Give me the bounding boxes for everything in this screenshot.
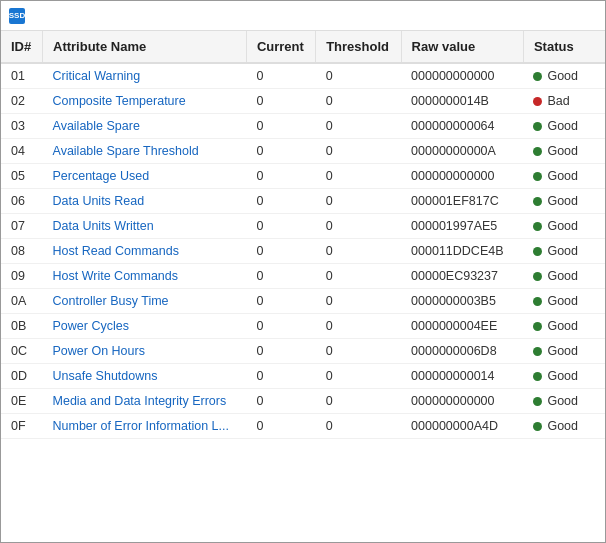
- cell-current: 0: [246, 89, 315, 114]
- table-row: 02 Composite Temperature 0 0 0000000014B…: [1, 89, 605, 114]
- cell-threshold: 0: [316, 189, 401, 214]
- status-dot: [533, 272, 542, 281]
- cell-raw-value: 000000000014: [401, 364, 523, 389]
- cell-raw-value: 000000000A4D: [401, 414, 523, 439]
- cell-status: Good: [523, 289, 605, 314]
- cell-current: 0: [246, 239, 315, 264]
- minimize-button[interactable]: [515, 5, 541, 27]
- cell-attr-name: Power On Hours: [43, 339, 247, 364]
- cell-raw-value: 0000000003B5: [401, 289, 523, 314]
- cell-status: Good: [523, 414, 605, 439]
- cell-id: 07: [1, 214, 43, 239]
- status-dot: [533, 197, 542, 206]
- cell-raw-value: 000000000000: [401, 389, 523, 414]
- cell-id: 0F: [1, 414, 43, 439]
- status-dot: [533, 347, 542, 356]
- cell-status: Bad: [523, 89, 605, 114]
- cell-attr-name: Available Spare: [43, 114, 247, 139]
- cell-attr-name: Controller Busy Time: [43, 289, 247, 314]
- cell-raw-value: 0000000014B: [401, 89, 523, 114]
- table-row: 0C Power On Hours 0 0 0000000006D8 Good: [1, 339, 605, 364]
- main-window: SSD ID# Attribute Name Current Threshold…: [0, 0, 606, 543]
- cell-status: Good: [523, 389, 605, 414]
- header-raw-value: Raw value: [401, 31, 523, 63]
- status-dot: [533, 397, 542, 406]
- cell-raw-value: 000001EF817C: [401, 189, 523, 214]
- cell-current: 0: [246, 114, 315, 139]
- cell-current: 0: [246, 289, 315, 314]
- status-label: Good: [547, 144, 578, 158]
- cell-status: Good: [523, 239, 605, 264]
- cell-attr-name: Power Cycles: [43, 314, 247, 339]
- status-dot: [533, 247, 542, 256]
- status-label: Bad: [547, 94, 569, 108]
- cell-id: 0B: [1, 314, 43, 339]
- cell-raw-value: 0000000004EE: [401, 314, 523, 339]
- cell-status: Good: [523, 189, 605, 214]
- table-row: 06 Data Units Read 0 0 000001EF817C Good: [1, 189, 605, 214]
- cell-threshold: 0: [316, 364, 401, 389]
- cell-raw-value: 000000000000: [401, 164, 523, 189]
- cell-id: 0A: [1, 289, 43, 314]
- status-dot: [533, 322, 542, 331]
- header-id: ID#: [1, 31, 43, 63]
- cell-threshold: 0: [316, 214, 401, 239]
- cell-current: 0: [246, 339, 315, 364]
- smart-table-container: ID# Attribute Name Current Threshold Raw…: [1, 31, 605, 542]
- status-label: Good: [547, 419, 578, 433]
- status-label: Good: [547, 269, 578, 283]
- cell-threshold: 0: [316, 239, 401, 264]
- cell-attr-name: Host Write Commands: [43, 264, 247, 289]
- status-dot: [533, 172, 542, 181]
- cell-id: 0D: [1, 364, 43, 389]
- table-row: 07 Data Units Written 0 0 000001997AE5 G…: [1, 214, 605, 239]
- header-status: Status: [523, 31, 605, 63]
- status-dot: [533, 222, 542, 231]
- smart-table: ID# Attribute Name Current Threshold Raw…: [1, 31, 605, 439]
- cell-threshold: 0: [316, 339, 401, 364]
- cell-attr-name: Data Units Written: [43, 214, 247, 239]
- cell-threshold: 0: [316, 314, 401, 339]
- cell-threshold: 0: [316, 63, 401, 89]
- restore-button[interactable]: [543, 5, 569, 27]
- cell-threshold: 0: [316, 264, 401, 289]
- table-row: 03 Available Spare 0 0 000000000064 Good: [1, 114, 605, 139]
- cell-threshold: 0: [316, 139, 401, 164]
- cell-id: 01: [1, 63, 43, 89]
- cell-raw-value: 00000000000A: [401, 139, 523, 164]
- status-label: Good: [547, 69, 578, 83]
- cell-attr-name: Available Spare Threshold: [43, 139, 247, 164]
- cell-attr-name: Percentage Used: [43, 164, 247, 189]
- table-row: 0E Media and Data Integrity Errors 0 0 0…: [1, 389, 605, 414]
- status-dot: [533, 297, 542, 306]
- cell-status: Good: [523, 114, 605, 139]
- cell-status: Good: [523, 139, 605, 164]
- status-dot: [533, 422, 542, 431]
- table-header-row: ID# Attribute Name Current Threshold Raw…: [1, 31, 605, 63]
- cell-threshold: 0: [316, 89, 401, 114]
- cell-id: 02: [1, 89, 43, 114]
- cell-current: 0: [246, 189, 315, 214]
- status-dot: [533, 122, 542, 131]
- cell-status: Good: [523, 314, 605, 339]
- status-label: Good: [547, 169, 578, 183]
- cell-raw-value: 0000000006D8: [401, 339, 523, 364]
- status-label: Good: [547, 344, 578, 358]
- cell-id: 06: [1, 189, 43, 214]
- status-dot: [533, 72, 542, 81]
- table-row: 04 Available Spare Threshold 0 0 0000000…: [1, 139, 605, 164]
- status-label: Good: [547, 319, 578, 333]
- header-current: Current: [246, 31, 315, 63]
- cell-id: 08: [1, 239, 43, 264]
- titlebar: SSD: [1, 1, 605, 31]
- cell-attr-name: Critical Warning: [43, 63, 247, 89]
- cell-attr-name: Data Units Read: [43, 189, 247, 214]
- cell-status: Good: [523, 339, 605, 364]
- table-row: 08 Host Read Commands 0 0 000011DDCE4B G…: [1, 239, 605, 264]
- cell-current: 0: [246, 364, 315, 389]
- cell-current: 0: [246, 389, 315, 414]
- header-threshold: Threshold: [316, 31, 401, 63]
- status-label: Good: [547, 369, 578, 383]
- status-label: Good: [547, 119, 578, 133]
- close-button[interactable]: [571, 5, 597, 27]
